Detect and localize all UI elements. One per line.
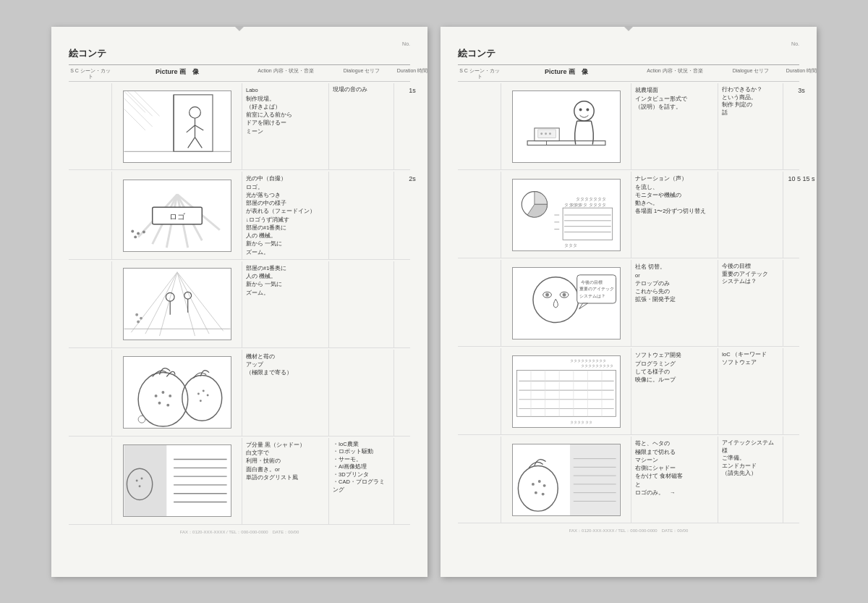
storyboard-left: Labo 制作現場。 （好きよば） 前室に入る前から ドアを開けるー ミーン 現… — [69, 83, 410, 525]
svg-point-63 — [574, 101, 593, 121]
svg-rect-67 — [527, 140, 605, 145]
svg-line-11 — [187, 137, 195, 148]
footer-right: FAX：0120-XXX-XXXX / TEL：000-000-0000 DAT… — [458, 528, 799, 534]
svg-point-23 — [137, 232, 140, 235]
svg-rect-75 — [563, 208, 613, 240]
duration-10 — [783, 437, 820, 523]
sketch-box-9: タタタタタタタタタ タタタタタタタタタタ タタタタ タタ — [512, 355, 621, 428]
action-10: 苺と、ヘタの 極限まで切れる マシーン 右側にシャドー をかけて 食材磁客 と … — [631, 437, 718, 523]
action-8: 社名 切替。 or テロップのみ これから先の 拡張・開発予定 — [631, 260, 718, 346]
hdr-picture-left: Picture 画 像 — [112, 68, 242, 80]
sketch-cell-8: 今後の目標 重要のアイテック システムは？ — [501, 260, 631, 346]
dialogue-7 — [718, 172, 783, 258]
svg-line-4 — [135, 91, 159, 116]
svg-point-72 — [545, 132, 547, 135]
scene-8 — [458, 260, 501, 346]
duration-7: 10 5 15 s — [783, 172, 820, 258]
sketch-cell-6 — [501, 83, 631, 169]
page-left: 絵コンテ No. S C シーン・カット Picture 画 像 Action … — [51, 27, 427, 577]
header-row-left: S C シーン・カット Picture 画 像 Action 内容・状況・音楽 … — [69, 68, 410, 83]
duration-2: 2s — [394, 172, 430, 259]
svg-point-87 — [532, 277, 578, 323]
svg-point-22 — [131, 229, 134, 232]
duration-3 — [394, 261, 430, 347]
svg-point-25 — [134, 235, 137, 238]
dialogue-10: アイテックシステム様 ご準備。 エンドカード （請先先入） — [718, 437, 783, 523]
dialogue-5: ・IoC農業 ・ロボット駆動 ・サーモ。 ・AI画像処理 ・3Dプリンタ ・CA… — [329, 438, 394, 524]
svg-line-31 — [177, 272, 224, 331]
svg-point-36 — [135, 313, 138, 316]
scene-2 — [69, 172, 112, 259]
svg-line-29 — [177, 272, 195, 336]
table-row: 今後の目標 重要のアイテック システムは？ 社名 切替。 or テロップのみ こ… — [458, 260, 799, 347]
action-2: 光の中（自撮） ロゴ。 光が落ちつき 部屋の中の様子 が表れる（フェードイン） … — [242, 172, 329, 259]
sketch-box-3 — [123, 268, 231, 340]
scene-6 — [458, 83, 501, 169]
sketch-box-10 — [512, 444, 621, 516]
dialogue-9: IoC （キーワード ソフトウェア — [718, 348, 783, 434]
hdr-dialogue-left: Dialogue セリフ — [329, 68, 394, 80]
svg-rect-116 — [569, 444, 619, 515]
top-line-right — [458, 64, 799, 65]
svg-line-1 — [124, 98, 152, 127]
sketch-cell-7: タタタタタタタ タタタタ タタタタ タタタタ タタタ — [501, 172, 631, 258]
table-row: 部屋の#1番奥に 人の 機械。 新から 一気に ズーム。 — [69, 261, 410, 348]
svg-point-45 — [166, 404, 169, 407]
action-1: Labo 制作現場。 （好きよば） 前室に入る前から ドアを開けるー ミーン — [242, 83, 329, 169]
hdr-action-left: Action 内容・状況・音楽 — [242, 68, 329, 80]
sketch-box-4 — [123, 356, 231, 429]
svg-point-71 — [540, 132, 542, 135]
svg-point-41 — [154, 395, 157, 397]
dialogue-4 — [329, 350, 394, 436]
svg-line-9 — [186, 125, 195, 132]
svg-text:タタタタタタタ: タタタタタタタ — [575, 197, 605, 201]
table-row: タタタタタタタタタ タタタタタタタタタタ タタタタ タタ ソフトウェア開発 プロ… — [458, 348, 799, 435]
fold-mark-left — [235, 27, 244, 31]
sketch-box-1 — [123, 90, 231, 163]
duration-4 — [394, 350, 430, 436]
svg-point-112 — [537, 480, 540, 483]
svg-point-37 — [140, 317, 142, 320]
action-3: 部屋の#1番奥に 人の 機械。 新から 一気に ズーム。 — [242, 261, 329, 347]
hdr-scene-right: S C シーン・カット — [458, 68, 501, 80]
svg-point-38 — [137, 321, 140, 324]
page-right: 絵コンテ No. S C シーン・カット Picture 画 像 Action … — [441, 27, 817, 577]
svg-point-55 — [140, 478, 142, 480]
scene-3 — [69, 261, 112, 347]
action-4: 機材と苺の アップ （極限まで寄る） — [242, 350, 329, 436]
duration-5 — [394, 438, 430, 524]
scene-9 — [458, 348, 501, 434]
svg-point-111 — [531, 483, 534, 486]
svg-point-64 — [579, 108, 582, 111]
hdr-duration-left: Duration 時間 — [394, 68, 430, 80]
duration-1: 1s — [394, 83, 430, 169]
duration-6: 3s — [783, 83, 820, 169]
svg-text:タタタタ: タタタタ — [564, 203, 582, 207]
table-row: Labo 制作現場。 （好きよば） 前室に入る前から ドアを開けるー ミーン 現… — [69, 83, 410, 170]
svg-text:今後の目標: 今後の目標 — [580, 279, 602, 284]
svg-point-43 — [169, 395, 171, 397]
hdr-picture-right: Picture 画 像 — [501, 68, 631, 80]
scene-1 — [69, 83, 112, 169]
svg-point-90 — [545, 293, 549, 297]
storyboard-right: 就農場面 インタビュー形式で （説明）を話す。 行わできるか？ という商品。 制… — [458, 83, 799, 523]
svg-point-65 — [586, 108, 589, 111]
table-row: 就農場面 インタビュー形式で （説明）を話す。 行わできるか？ という商品。 制… — [458, 83, 799, 170]
svg-text:ロゴ: ロゴ — [169, 211, 186, 220]
header-row-right: S C シーン・カット Picture 画 像 Action 内容・状況・音楽 … — [458, 68, 799, 83]
sketch-box-8: 今後の目標 重要のアイテック システムは？ — [512, 267, 621, 340]
dialogue-3 — [329, 261, 394, 347]
sketch-box-5 — [123, 444, 231, 517]
dialogue-2 — [329, 172, 394, 259]
table-row: タタタタタタタ タタタタ タタタタ タタタタ タタタ ナレーション（声） を流し… — [458, 172, 799, 258]
fold-mark-right — [624, 27, 633, 31]
sketch-cell-5 — [112, 438, 242, 524]
action-5: プ分量 黒（シャドー） 白文字で 利用・技術の 面白書き。or 単語のタグリスト… — [242, 438, 329, 524]
svg-point-7 — [189, 106, 200, 118]
svg-point-51 — [138, 416, 145, 423]
svg-line-2 — [124, 109, 145, 130]
svg-point-91 — [562, 293, 566, 297]
svg-point-73 — [548, 132, 550, 135]
svg-line-3 — [127, 91, 152, 116]
dialogue-6: 行わできるか？ という商品。 制作 判定の 話 — [718, 83, 783, 169]
